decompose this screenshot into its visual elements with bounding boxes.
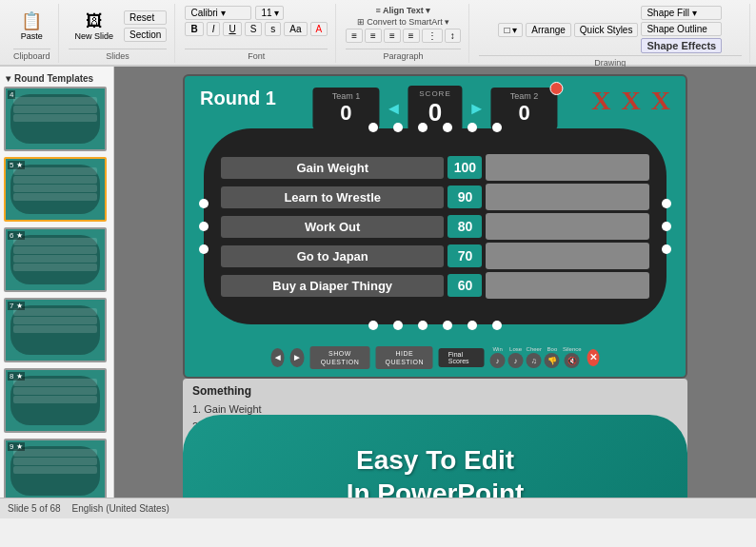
final-scores-button[interactable]: Final Scores — [439, 348, 485, 367]
columns-button[interactable]: ⋮ — [422, 29, 443, 43]
answer-score-5: 60 — [448, 274, 482, 297]
shape-effects-button[interactable]: Shape Effects — [641, 38, 722, 53]
slide-4-thumb[interactable]: 4 — [4, 87, 107, 151]
dot — [199, 222, 209, 231]
dot — [418, 321, 428, 330]
answer-row-4: Go to Japan 70 — [221, 243, 649, 269]
paragraph-label: Paragraph — [346, 49, 460, 61]
dot — [468, 321, 477, 330]
boo-button[interactable]: 👎 — [545, 353, 560, 368]
answer-row-3: Work Out 80 — [221, 213, 649, 240]
left-dots — [199, 199, 209, 254]
hide-question-button[interactable]: HIDE QUESTION — [376, 346, 433, 369]
strikethrough-button[interactable]: S — [245, 22, 263, 36]
dot — [368, 321, 378, 330]
clipboard-group: 📋 Paste Clipboard — [6, 4, 59, 63]
cheer-button[interactable]: ♫ — [527, 353, 542, 368]
font-group: Calibri ▾ 11 ▾ B I U S s Aa A Font — [177, 4, 336, 63]
quick-styles-button[interactable]: Quick Styles — [574, 23, 639, 37]
lose-button[interactable]: ♪ — [508, 353, 524, 368]
answer-score-1: 100 — [448, 156, 482, 179]
answer-label-2: Learn to Wrestle — [221, 186, 444, 208]
new-slide-button[interactable]: 🖼 New Slide — [69, 9, 121, 45]
xxx-label: X X X — [591, 86, 672, 116]
boo-label: Boo — [547, 346, 558, 352]
top-dots — [368, 123, 502, 132]
underline-button[interactable]: U — [223, 22, 241, 36]
left-arrow[interactable]: ◄ — [385, 99, 402, 119]
team2-icon — [550, 82, 564, 95]
answer-label-5: Buy a Diaper Thingy — [221, 275, 444, 297]
answer-score-2: 90 — [448, 186, 482, 208]
banner-overlay: Easy To Edit In PowerPoint — [183, 415, 687, 498]
slide-content-wrapper: Round 1 Team 1 0 ◄ SCORE 0 ► Te — [183, 74, 687, 498]
italic-button[interactable]: I — [207, 22, 221, 36]
right-arrow[interactable]: ► — [468, 99, 486, 119]
slide-5-thumb[interactable]: 5 ★ — [4, 157, 107, 222]
slide-8-number: 8 ★ — [8, 372, 25, 381]
slide-8-thumb[interactable]: 8 ★ — [4, 368, 107, 433]
dot — [662, 222, 671, 231]
answer-score-3: 80 — [448, 215, 482, 238]
slide-9-thumb[interactable]: 9 ★ — [4, 439, 107, 498]
slides-group: 🖼 New Slide Reset Section Slides — [61, 4, 176, 63]
line-spacing-button[interactable]: ↕ — [445, 29, 461, 43]
dot — [393, 321, 403, 330]
align-right-button[interactable]: ≡ — [384, 29, 401, 43]
slide-7-thumb[interactable]: 7 ★ — [4, 298, 107, 362]
sound-controls: Win ♪ Lose ♪ Cheer ♫ Boo — [490, 346, 582, 368]
new-slide-icon: 🖼 — [86, 12, 103, 29]
dot — [418, 123, 428, 132]
arrange-button[interactable]: Arrange — [526, 23, 571, 37]
prev-arrow[interactable]: ◄ — [271, 348, 285, 367]
font-name-dropdown[interactable]: Calibri ▾ — [185, 6, 251, 20]
case-button[interactable]: Aa — [284, 22, 307, 36]
slide-panel: ▾ Round Templates 4 5 ★ 6 ★ 7 ★ — [0, 67, 114, 498]
shapes-dropdown[interactable]: □ ▾ — [498, 23, 523, 37]
slide-9-number: 9 ★ — [8, 442, 25, 451]
silence-button[interactable]: 🔇 — [565, 353, 580, 368]
collapse-icon[interactable]: ▾ — [6, 73, 10, 84]
justify-button[interactable]: ≡ — [403, 29, 420, 43]
slide-area: Round 1 Team 1 0 ◄ SCORE 0 ► Te — [114, 67, 756, 498]
slide-6-number: 6 ★ — [8, 231, 25, 240]
answer-label-4: Go to Japan — [221, 245, 444, 267]
show-question-button[interactable]: SHOW QUESTION — [309, 346, 370, 369]
slide-count: Slide 5 of 68 — [8, 503, 61, 514]
slides-label: Slides — [69, 49, 168, 61]
align-text-btn[interactable]: ≡ Align Text ▾ — [376, 6, 431, 15]
game-slide[interactable]: Round 1 Team 1 0 ◄ SCORE 0 ► Te — [183, 74, 687, 379]
close-button[interactable]: ✕ — [587, 349, 600, 366]
font-size-dropdown[interactable]: 11 ▾ — [255, 6, 284, 20]
answer-row-5: Buy a Diaper Thingy 60 — [221, 272, 649, 299]
ribbon: 📋 Paste Clipboard 🖼 New Slide Reset Sect… — [0, 0, 756, 67]
convert-to-smartart-btn[interactable]: ⊞ Convert to SmartArt ▾ — [357, 17, 450, 27]
slide-4-number: 4 — [8, 90, 15, 99]
lose-label: Lose — [509, 346, 522, 352]
slide-5-number: 5 ★ — [8, 161, 25, 169]
reset-button[interactable]: Reset — [124, 10, 167, 25]
bold-button[interactable]: B — [185, 22, 203, 36]
section-button[interactable]: Section — [124, 28, 167, 42]
bottom-dots — [368, 321, 502, 330]
silence-label: Silence — [563, 346, 582, 352]
dot — [492, 321, 502, 330]
slide-6-thumb[interactable]: 6 ★ — [4, 227, 107, 292]
answer-label-1: Gain Weight — [221, 157, 444, 179]
dot — [443, 123, 452, 132]
font-color-button[interactable]: A — [310, 22, 328, 36]
answer-reveal-1 — [486, 154, 649, 181]
shape-outline-button[interactable]: Shape Outline — [641, 22, 722, 36]
align-left-button[interactable]: ≡ — [346, 29, 363, 43]
paste-button[interactable]: 📋 Paste — [14, 9, 50, 45]
win-button[interactable]: ♪ — [490, 353, 506, 368]
answer-reveal-3 — [486, 213, 649, 240]
answer-row-1: Gain Weight 100 — [221, 154, 649, 181]
shadow-button[interactable]: s — [265, 22, 281, 36]
dot — [492, 123, 502, 132]
shape-fill-button[interactable]: Shape Fill ▾ — [641, 6, 722, 20]
bottom-controls: ◄ ► SHOW QUESTION HIDE QUESTION Final Sc… — [271, 346, 600, 369]
dot — [199, 199, 209, 208]
align-center-button[interactable]: ≡ — [365, 29, 382, 43]
next-arrow[interactable]: ► — [290, 348, 304, 367]
